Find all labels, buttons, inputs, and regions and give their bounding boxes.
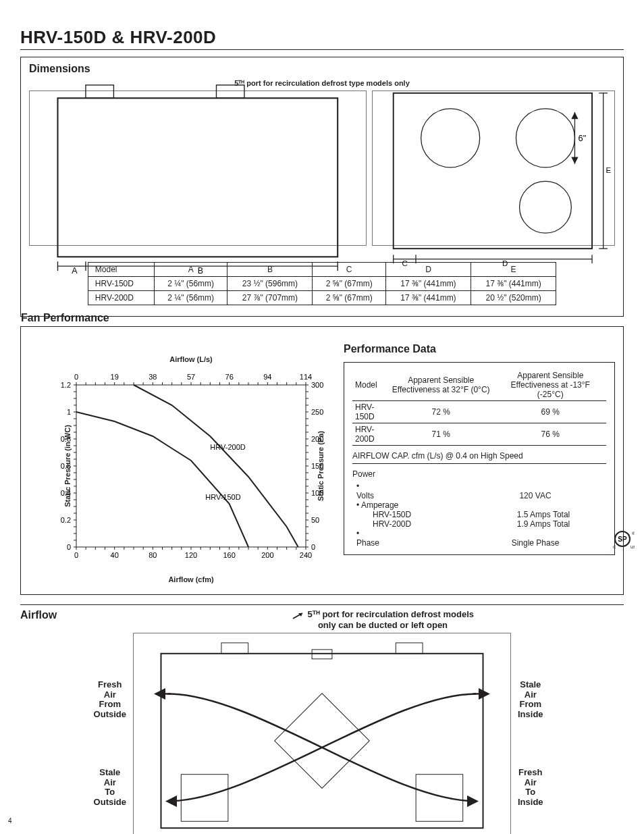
side-drawing-svg: 6" C D E: [373, 69, 614, 267]
front-elevation-drawing: A B: [29, 90, 367, 246]
volts-value: 120 VAC: [464, 491, 606, 500]
svg-marker-15: [571, 157, 578, 163]
svg-text:240: 240: [300, 551, 312, 559]
svg-text:D: D: [502, 259, 508, 267]
svg-text:HRV-150D: HRV-150D: [205, 493, 240, 501]
fan-performance-chart: Airflow (L/s) Static Pressure (in WC) St…: [49, 358, 333, 574]
table-row: HRV-150D 72 % 69 %: [352, 401, 606, 423]
svg-point-11: [516, 109, 574, 167]
airflow-5th-port-note: 5ᵀᴴ port for recirculation defrost model…: [142, 609, 624, 630]
svg-text:94: 94: [263, 373, 271, 381]
svg-text:0: 0: [311, 543, 315, 551]
phase-label: Phase: [356, 538, 464, 548]
svg-text:19: 19: [111, 373, 119, 381]
svg-marker-14: [571, 112, 578, 119]
svg-rect-164: [161, 653, 483, 827]
svg-text:0: 0: [67, 543, 71, 551]
label-stale-to-outside: Stale AirTo Outside: [94, 768, 126, 808]
svg-rect-165: [275, 693, 370, 788]
svg-rect-168: [221, 642, 248, 653]
svg-text:38: 38: [149, 373, 157, 381]
six-inch-annotation: 6": [578, 133, 586, 143]
svg-text:57: 57: [187, 373, 195, 381]
page-number: 4: [8, 817, 12, 825]
svg-text:HRV-200D: HRV-200D: [210, 443, 245, 451]
page-title: HRV-150D & HRV-200D: [20, 27, 624, 50]
csa-certification-icon: SP CUS ®: [610, 529, 635, 552]
amperage-label: Amperage: [361, 500, 398, 510]
svg-rect-170: [312, 649, 332, 658]
svg-text:0: 0: [74, 551, 78, 559]
power-block: Power Volts 120 VAC Amperage HRV-150D: [352, 469, 606, 548]
svg-text:1: 1: [67, 408, 71, 416]
svg-text:160: 160: [223, 551, 235, 559]
effectiveness-table: Model Apparent Sensible Effectiveness at…: [352, 369, 606, 446]
svg-text:B: B: [198, 266, 203, 276]
power-heading: Power: [352, 469, 606, 479]
col-model: Model: [352, 369, 387, 401]
svg-text:1.2: 1.2: [61, 381, 71, 389]
fan-performance-section: Fan Performance Airflow (L/s) Static Pre…: [20, 326, 624, 595]
svg-text:US: US: [630, 545, 635, 549]
svg-text:C: C: [402, 259, 407, 267]
performance-data-heading: Performance Data: [344, 343, 615, 355]
arrow-icon: [292, 610, 305, 620]
svg-text:80: 80: [149, 551, 157, 559]
axis-label-top: Airflow (L/s): [49, 355, 333, 363]
svg-rect-0: [57, 98, 338, 257]
svg-text:SP: SP: [618, 536, 627, 543]
table-row: HRV-150D 2 ¼" (56mm) 23 ½" (596mm) 2 ⅝" …: [88, 277, 556, 291]
svg-text:120: 120: [185, 551, 197, 559]
col-eff-13: Apparent Sensible Effectiveness at -13°F…: [495, 369, 606, 401]
svg-text:250: 250: [311, 408, 323, 416]
volts-label: Volts: [356, 491, 464, 500]
svg-rect-167: [416, 774, 463, 821]
svg-text:®: ®: [632, 531, 635, 536]
col-eff-32: Apparent Sensible Effectiveness at 32°F …: [387, 369, 495, 401]
svg-rect-9: [393, 93, 591, 249]
label-stale-from-inside: Stale AirFrom Inside: [518, 680, 543, 721]
svg-text:0.2: 0.2: [61, 516, 71, 524]
svg-text:A: A: [72, 266, 78, 276]
svg-text:200: 200: [261, 551, 273, 559]
side-elevation-drawing: 6" C D E: [372, 90, 615, 246]
svg-text:C: C: [613, 545, 616, 549]
axis-label-right: Static Pressure (Pa): [317, 431, 325, 501]
dimensions-section: Dimensions 5ᵀᴴ port for recirculation de…: [20, 57, 624, 317]
svg-text:76: 76: [225, 373, 234, 381]
airflow-diagram: [133, 633, 511, 834]
svg-text:300: 300: [311, 381, 323, 389]
svg-text:0: 0: [74, 373, 78, 381]
svg-rect-1: [86, 85, 113, 98]
phase-value: Single Phase: [464, 538, 606, 548]
table-row: HRV-200D 71 % 76 %: [352, 423, 606, 446]
airflow-heading: Airflow: [20, 609, 142, 621]
fan-performance-heading: Fan Performance: [21, 312, 109, 324]
svg-text:40: 40: [111, 551, 119, 559]
airflow-section: Airflow 5ᵀᴴ port for recirculation defro…: [20, 604, 624, 834]
airflow-cap-note: AIRFLOW CAP. cfm (L/s) @ 0.4 on High Spe…: [352, 451, 606, 464]
label-fresh-from-outside: Fresh AirFrom Outside: [94, 680, 126, 721]
table-row: HRV-200D 2 ¼" (56mm) 27 ⅞" (707mm) 2 ⅝" …: [88, 291, 556, 305]
svg-point-10: [421, 109, 479, 167]
svg-rect-169: [396, 642, 423, 653]
label-fresh-to-inside: Fresh AirTo Inside: [518, 768, 543, 808]
svg-text:50: 50: [311, 516, 319, 524]
svg-rect-2: [216, 85, 244, 98]
svg-text:E: E: [606, 165, 611, 174]
svg-rect-26: [76, 385, 306, 547]
svg-rect-166: [181, 774, 228, 821]
axis-label-bottom: Airflow (cfm): [49, 575, 333, 583]
svg-point-12: [519, 181, 571, 233]
svg-text:114: 114: [300, 373, 312, 381]
front-drawing-svg: A B: [30, 61, 366, 276]
performance-data-box: Model Apparent Sensible Effectiveness at…: [344, 362, 615, 555]
axis-label-left: Static Pressure (in WC): [63, 425, 72, 507]
